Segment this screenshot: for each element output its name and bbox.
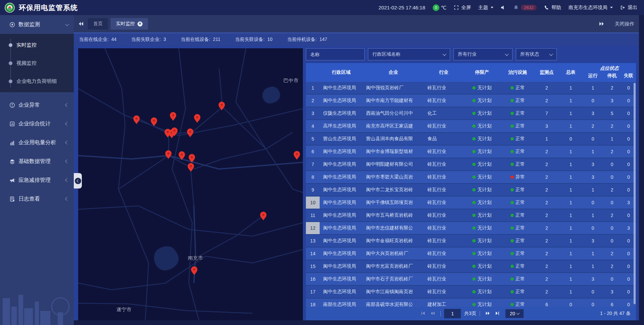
sidebar-item-enterprise-abnormal[interactable]: 企业异常 [0,96,74,114]
status-dot-icon [472,252,476,255]
org-dropdown[interactable]: 南充市生态环境局 [569,4,613,11]
table-row[interactable]: 6阆中生态环境局阆中市金博瑞新型墙材砖瓦行业无计划正常21120 [306,146,636,158]
map-pin[interactable] [194,114,201,123]
tabs-scroll-left-button[interactable] [76,19,85,28]
pollution-status-label: 正常 [516,212,525,218]
stop-status: 无计划 [463,161,500,167]
page-title: 环保用电监管系统 [19,3,78,12]
map-pin[interactable] [170,112,176,121]
page-number-input[interactable] [444,309,461,318]
stop-status-label: 无计划 [477,276,491,282]
table-row[interactable]: 14阆中生态环境局阆中大兴页岩机砖厂砖瓦行业无计划正常21120 [306,248,636,260]
app: 环保用电监管系统 2021-02-25 17:46:18 0 ℃ 全屏 主题 2… [0,0,644,325]
tab-home[interactable]: 首页 [88,18,108,30]
table-scrollbar[interactable] [634,83,636,304]
sound-button[interactable] [501,5,506,10]
sidebar-item-base-data[interactable]: 基础数据管理 [0,152,74,171]
sidebar-item-power-analysis[interactable]: 企业用电量分析 [0,133,74,152]
pollution-status-label: 正常 [516,200,525,206]
tab-close-icon[interactable]: ✕ [138,21,143,26]
sidebar-collapse-button[interactable] [74,173,82,188]
stop-status-label: 无计划 [477,136,491,142]
table-row[interactable]: 4高坪生态环境局南充市高坪区王家店建砖瓦行业无计划正常31220 [306,120,636,133]
column-company: 企业 [363,69,424,75]
status-dot-icon [472,290,476,293]
table-row[interactable]: 7阆中生态环境局阆中明阳建材有限公司砖瓦行业无计划正常21300 [306,158,636,171]
table-row[interactable]: 15阆中生态环境局阆中市光富页岩机砖厂砖瓦行业无计划正常21120 [306,260,636,273]
temperature-value: 0 [433,4,439,11]
region-filter-select[interactable]: 行政区域名称 [368,48,450,60]
sidebar-subitem[interactable]: 视频监控 [0,54,74,72]
theme-dropdown[interactable]: 主题 [478,4,493,11]
enterprise-panel: 行政区域名称 所有行业 所有状态 [306,48,636,320]
row-index: 7 [306,158,320,170]
sidebar-item-logs[interactable]: 日志查看 [0,189,74,208]
table-row[interactable]: 18南部生态环境局南部县砚华水泥有限公建材加工无计划正常60060 [306,299,636,307]
notifications-button[interactable]: 2632 [514,5,537,10]
map-canvas[interactable]: 巴中市南充市遂宁市 [78,48,303,320]
content: 首页 实时监控 ✕ 关闭操作 当前在线企业: 44当前失联企业: 3当前 [74,15,644,325]
prev-page-button[interactable] [429,310,436,317]
stop-status: 无计划 [463,187,500,193]
table-row[interactable]: 1阆中生态环境局阆中强锐页岩砖厂砖瓦行业无计划正常21120 [306,82,636,95]
pollution-status: 正常 [501,123,535,129]
stat-value: 44 [111,37,117,42]
status-dot-icon [511,201,514,204]
map-pin[interactable] [191,266,198,275]
logout-icon [620,5,626,10]
column-run: 运行 [583,73,603,82]
table-row[interactable]: 12阆中生态环境局阆中市忠信建材有限公砖瓦行业无计划正常21003 [306,222,636,235]
fullscreen-button[interactable]: 全屏 [454,4,471,11]
sidebar-subitem[interactable]: 实时监控 [0,36,74,54]
map-pin[interactable] [133,115,140,124]
table-row[interactable]: 11阆中生态环境局阆中市五马桥页岩机砖砖瓦行业无计划正常21120 [306,209,636,222]
table-row[interactable]: 3仪陇生态环境局西南油气田分公司川中化工无计划正常71350 [306,107,636,120]
temperature-badge: 0 ℃ [433,4,446,11]
table-row[interactable]: 16阆中生态环境局阆中市石子页岩机砖厂砖瓦行业无计划正常21300 [306,273,636,286]
stop-status: 无计划 [463,98,500,104]
status-dot-icon [472,201,476,204]
next-page-icon [485,311,490,317]
pollution-status: 正常 [501,276,535,282]
row-index: 9 [306,184,320,196]
map-pin[interactable] [294,151,300,160]
map-pin[interactable] [187,128,194,137]
column-pollution: 治污设施 [501,69,535,75]
sidebar-item-data-monitor[interactable]: 数据监测 [0,15,74,34]
column-monitor: 监测点 [535,69,559,75]
map-pin[interactable] [151,117,157,126]
pollution-status: 正常 [501,98,535,104]
last-page-button[interactable] [494,310,501,317]
table-row[interactable]: 9阆中生态环境局阆中市二龙长宝页岩砖砖瓦行业无计划正常21120 [306,184,636,197]
table-row[interactable]: 10阆中生态环境局阆中千佛镇五郎垭页岩砖瓦行业无计划正常21003 [306,197,636,209]
sidebar-item-enterprise-stats[interactable]: 企业综合统计 [0,114,74,133]
tab-realtime-monitor[interactable]: 实时监控 ✕ [111,18,148,30]
map-pin[interactable] [188,163,194,172]
close-operations-button[interactable]: 关闭操作 [615,21,634,27]
help-button[interactable]: 帮助 [544,4,561,11]
sidebar: 数据监测实时监控视频监控企业电力负荷明细企业异常企业综合统计企业用电量分析基础数… [0,15,74,325]
pagination-bar: 共3页 20 1 - 20 共 47 条 [306,307,636,320]
pollution-status-label: 正常 [516,110,525,116]
logout-button[interactable]: 退出 [620,4,637,11]
status-filter-select[interactable]: 所有状态 [516,48,557,60]
first-page-button[interactable] [420,310,426,317]
table-row[interactable]: 5营山生态环境局营山县润丰肉食品有限食品无计划正常10010 [306,133,636,146]
table-row[interactable]: 8阆中生态环境局阆中市枣碧大梁山页岩砖瓦行业无计划异常21300 [306,171,636,184]
name-filter-input[interactable] [306,48,365,60]
pollution-status-label: 正常 [516,161,525,167]
industry-filter-select[interactable]: 所有行业 [453,48,513,60]
row-index: 4 [306,120,320,132]
table-row[interactable]: 13阆中生态环境局阆中市金福旺页岩机砖砖瓦行业无计划正常21300 [306,235,636,248]
map-pin[interactable] [260,212,267,220]
status-dot-icon [472,124,476,128]
page-size-select[interactable]: 20 [505,309,524,318]
next-page-button[interactable] [485,310,491,317]
first-page-icon [421,311,425,317]
table-row[interactable]: 17阆中生态环境局阆中市江南镇阆南页岩砖瓦行业无计划正常21030 [306,286,636,299]
sidebar-item-emergency[interactable]: 应急减排管理 [0,171,74,189]
tabs-scroll-right-button[interactable] [597,19,606,28]
sidebar-subitem[interactable]: 企业电力负荷明细 [0,72,74,90]
table-row[interactable]: 2阆中生态环境局阆中市南方节能建材有砖瓦行业无计划正常21030 [306,95,636,107]
status-dot-icon [511,124,514,128]
